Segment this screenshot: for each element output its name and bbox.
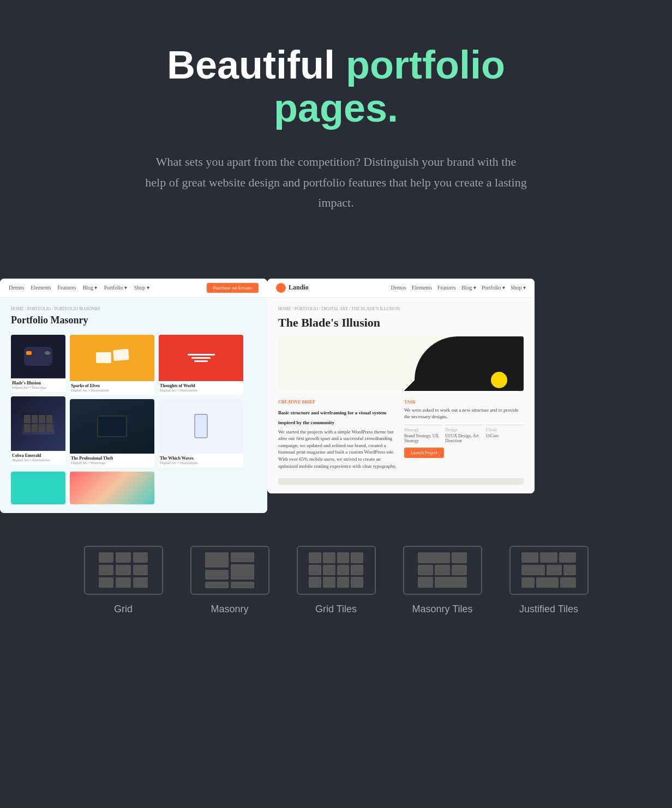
right-nav-elements[interactable]: Elements [412,285,432,291]
layout-option-grid[interactable]: Grid [84,546,163,615]
design-value: UI/UX Design, Art Direction [445,433,483,443]
layout-option-masonry[interactable]: Masonry [190,546,269,615]
hero-title: Beautiful portfolio pages. [109,44,563,130]
left-content-area: HOME / PORTFOLIO / PORTFOLIO MASONRY Por… [0,298,267,513]
justified-tiles-label: Justified Tiles [519,604,578,615]
layout-option-grid-tiles[interactable]: Grid Tiles [297,546,376,615]
yellow-ball [491,372,507,388]
right-page-title: The Blade's Illusion [278,316,524,330]
masonry-col-3: Thoughts of World Digital Art • Illustra… [159,335,243,467]
right-nav-blog[interactable]: Blog ▾ [461,285,476,291]
left-browser-window: Demos Elements Features Blog ▾ Portfolio… [0,279,267,513]
creative-brief-body: We started the projects with a simple Wo… [278,429,398,470]
right-hero-image [278,336,524,391]
right-nav-shop[interactable]: Shop ▾ [511,285,526,291]
masonry-tiles-icon [418,552,467,588]
landio-logo-text: Landio [289,284,309,292]
launch-project-button[interactable]: Launch Project [404,448,444,458]
item-phone [159,399,243,454]
masonry-col-1: Blade's Illusion Digital Art • Drawings [11,335,65,467]
item-orange [70,335,154,381]
right-nav-demos[interactable]: Demos [391,285,406,291]
landio-logo-icon [276,283,286,293]
client-meta: Client UiCore [486,425,524,443]
layout-option-masonry-tiles[interactable]: Masonry Tiles [403,546,482,615]
right-nav-links: Demos Elements Features Blog ▾ Portfolio… [391,285,526,291]
right-content-area: HOME / PORTFOLIO / DIGITAL ART / THE BLA… [267,298,535,494]
layouts-section: Grid Masonry [0,513,672,659]
right-nav-bar: Landio Demos Elements Features Blog ▾ Po… [267,279,535,298]
nav-elements[interactable]: Elements [31,285,51,291]
layout-option-justified-tiles[interactable]: Justified Tiles [509,546,589,615]
right-screenshot[interactable]: Landio Demos Elements Features Blog ▾ Po… [267,279,535,513]
client-value: UiCore [486,433,524,438]
project-details: CREATIVE BRIEF Basic structure and wiref… [278,400,524,470]
nav-shop[interactable]: Shop ▾ [134,285,149,291]
hero-title-white: Beautiful [167,43,346,87]
page-wrapper: Beautiful portfolio pages. What sets you… [0,0,672,659]
task-label: TASK [404,400,524,405]
hero-section: Beautiful portfolio pages. What sets you… [0,0,672,246]
nav-portfolio[interactable]: Portfolio ▾ [104,285,127,291]
client-label: Client [486,427,524,432]
nav-demos[interactable]: Demos [9,285,24,291]
masonry-col-2: Sparks of Elves Digital Art • Illustrati… [70,335,154,467]
item-label-thoughts: Thoughts of World [160,383,242,388]
item-red [159,335,243,381]
nav-blog[interactable]: Blog ▾ [82,285,97,291]
grid-tiles-label: Grid Tiles [315,604,357,615]
left-screenshot[interactable]: Demos Elements Features Blog ▾ Portfolio… [0,279,267,513]
left-cta-button[interactable]: Purchase on Envato [207,283,259,293]
right-breadcrumb: HOME / PORTFOLIO / DIGITAL ART / THE BLA… [278,306,524,311]
blade-object [415,336,524,391]
design-label: Design [445,427,483,432]
masonry-tiles-label: Masonry Tiles [412,604,472,615]
creative-brief-title: Basic structure and wireframing for a vi… [278,410,386,425]
landio-logo: Landio [276,283,309,293]
item-dark-keyboard [11,396,65,451]
masonry-extra-1 [11,472,65,504]
masonry-grid-preview: Blade's Illusion Digital Art • Drawings [11,335,256,467]
justified-tiles-icon [521,552,576,588]
strategy-meta: Strategy Brand Strategy, UX Strategy [404,425,442,443]
task-section: TASK We were asked to work out a new str… [404,400,524,470]
grid-icon-wrapper[interactable] [84,546,163,595]
grid-tiles-icon-wrapper[interactable] [297,546,376,595]
right-nav-features[interactable]: Features [437,285,456,291]
strategy-value: Brand Strategy, UX Strategy [404,433,442,443]
left-page-title: Portfolio Masonry [11,315,256,326]
nav-features[interactable]: Features [58,285,76,291]
left-nav-bar: Demos Elements Features Blog ▾ Portfolio… [0,279,267,298]
right-nav-portfolio[interactable]: Portfolio ▾ [482,285,505,291]
creative-brief-section: CREATIVE BRIEF Basic structure and wiref… [278,400,398,470]
creative-brief-label: CREATIVE BRIEF [278,400,398,405]
left-breadcrumb: HOME / PORTFOLIO / PORTFOLIO MASONRY [11,306,256,311]
justified-tiles-icon-wrapper[interactable] [509,546,589,595]
masonry-layout-icon [205,552,254,588]
hero-description: What sets you apart from the competition… [145,152,527,213]
item-label-sparks: Sparks of Elves [71,383,153,388]
design-meta: Design UI/UX Design, Art Direction [445,425,483,443]
left-nav-links: Demos Elements Features Blog ▾ Portfolio… [9,285,149,291]
task-body: We were asked to work out a new structur… [404,407,524,420]
masonry-extra-2 [70,472,154,504]
strategy-label: Strategy [404,427,442,432]
item-controller [11,335,65,378]
right-browser-window: Landio Demos Elements Features Blog ▾ Po… [267,279,535,494]
item-tablet [70,399,154,454]
grid-label: Grid [114,604,133,615]
grid-tiles-icon [309,552,363,588]
masonry-tiles-icon-wrapper[interactable] [403,546,482,595]
masonry-icon-wrapper[interactable] [190,546,269,595]
grid-icon [99,552,148,588]
masonry-label: Masonry [211,604,248,615]
grid-cell [99,552,113,563]
screenshots-section: Demos Elements Features Blog ▾ Portfolio… [0,246,672,513]
